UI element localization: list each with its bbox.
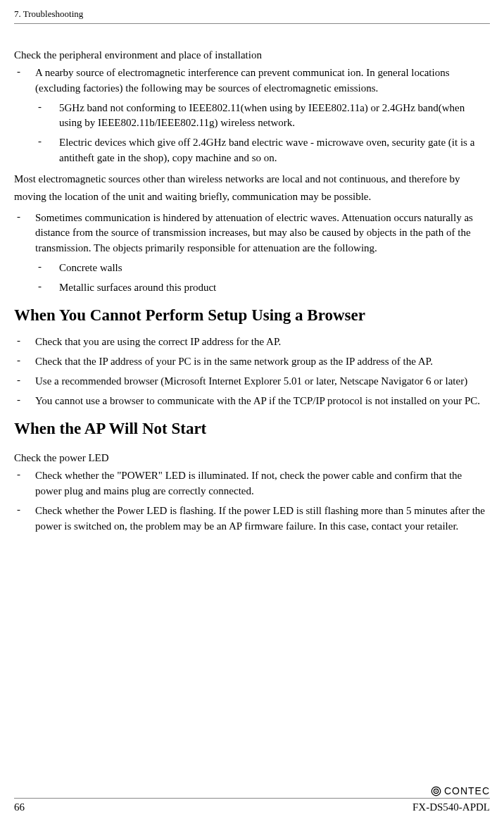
bullet-dash: - — [14, 65, 35, 96]
list-text: Use a recommended browser (Microsoft Int… — [35, 374, 490, 389]
bullet-dash: - — [14, 504, 35, 534]
bullet-dash: - — [14, 354, 35, 370]
footer-model: FX-DS540-APDL — [412, 801, 490, 813]
bullet-dash: - — [14, 374, 35, 389]
contec-logo-icon — [431, 786, 441, 796]
list-item-nested: - Concrete walls — [38, 261, 490, 276]
bullet-dash: - — [14, 394, 35, 409]
list-text: Electric devices which give off 2.4GHz b… — [59, 135, 490, 166]
section-lead-power-led: Check the power LED — [14, 452, 490, 464]
page-header: 7. Troubleshooting — [14, 8, 490, 24]
footer-divider — [14, 798, 490, 799]
svg-point-2 — [435, 790, 436, 792]
paragraph: Most electromagnetic sources other than … — [14, 170, 490, 206]
list-text: Concrete walls — [59, 261, 490, 276]
list-item-nested: - Electric devices which give off 2.4GHz… — [38, 135, 490, 166]
list-text: You cannot use a browser to communicate … — [35, 394, 490, 409]
list-item: - Sometimes communication is hindered by… — [14, 211, 490, 256]
list-item: - You cannot use a browser to communicat… — [14, 394, 490, 409]
list-text: Check that you are using the correct IP … — [35, 335, 490, 350]
bullet-dash: - — [38, 261, 59, 276]
list-item-nested: - Metallic surfaces around this product — [38, 280, 490, 296]
list-item-nested: - 5GHz band not conforming to IEEE802.11… — [38, 101, 490, 132]
list-text: 5GHz band not conforming to IEEE802.11(w… — [59, 101, 490, 132]
list-text: Sometimes communication is hindered by a… — [35, 211, 490, 256]
list-item: - Check whether the "POWER" LED is illum… — [14, 468, 490, 499]
bullet-dash: - — [38, 101, 59, 132]
section-title-browser: When You Cannot Perform Setup Using a Br… — [14, 306, 490, 325]
list-item: - Check that the IP address of your PC i… — [14, 354, 490, 370]
footer-brand: CONTEC — [444, 785, 490, 796]
list-text: Check whether the "POWER" LED is illumin… — [35, 468, 490, 499]
list-item: - Check whether the Power LED is flashin… — [14, 504, 490, 534]
page-footer: CONTEC 66 FX-DS540-APDL — [14, 785, 490, 813]
section-lead-environment: Check the peripheral environment and pla… — [14, 49, 490, 61]
list-item: - A nearby source of electromagnetic int… — [14, 65, 490, 96]
list-text: Metallic surfaces around this product — [59, 280, 490, 296]
bullet-dash: - — [38, 280, 59, 296]
section-title-ap-start: When the AP Will Not Start — [14, 420, 490, 438]
bullet-dash: - — [14, 335, 35, 350]
list-text: A nearby source of electromagnetic inter… — [35, 65, 490, 96]
page-number: 66 — [14, 801, 25, 813]
list-item: - Use a recommended browser (Microsoft I… — [14, 374, 490, 389]
list-text: Check that the IP address of your PC is … — [35, 354, 490, 370]
list-text: Check whether the Power LED is flashing.… — [35, 504, 490, 534]
bullet-dash: - — [38, 135, 59, 166]
bullet-dash: - — [14, 468, 35, 499]
list-item: - Check that you are using the correct I… — [14, 335, 490, 350]
footer-logo: CONTEC — [14, 785, 490, 796]
bullet-dash: - — [14, 211, 35, 256]
